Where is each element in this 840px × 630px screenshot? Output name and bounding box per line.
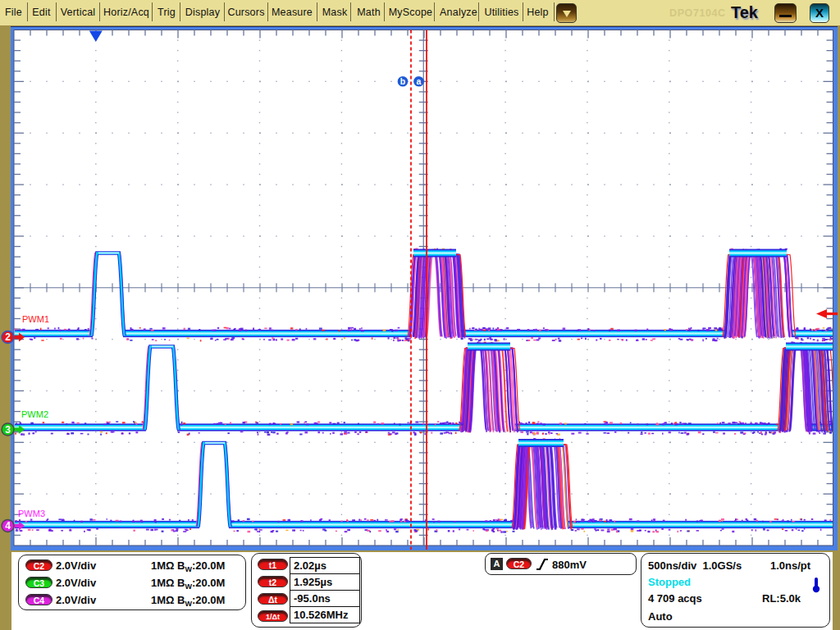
svg-text:PWM1: PWM1 — [22, 314, 49, 324]
svg-text:b: b — [400, 76, 405, 86]
svg-text:PWM3: PWM3 — [18, 509, 45, 518]
svg-text:4: 4 — [5, 520, 11, 532]
svg-text:3: 3 — [5, 424, 11, 436]
svg-text:a: a — [417, 76, 422, 86]
svg-text:PWM2: PWM2 — [21, 409, 48, 419]
svg-text:2: 2 — [5, 331, 11, 343]
